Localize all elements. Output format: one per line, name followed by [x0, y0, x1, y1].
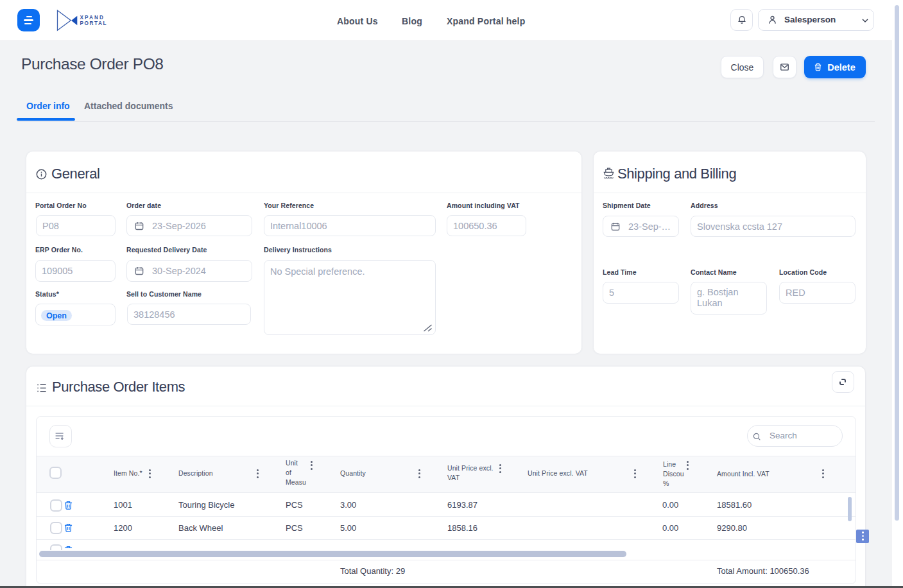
svg-text:PORTAL: PORTAL — [80, 21, 108, 26]
svg-text:XPAND: XPAND — [80, 15, 105, 21]
